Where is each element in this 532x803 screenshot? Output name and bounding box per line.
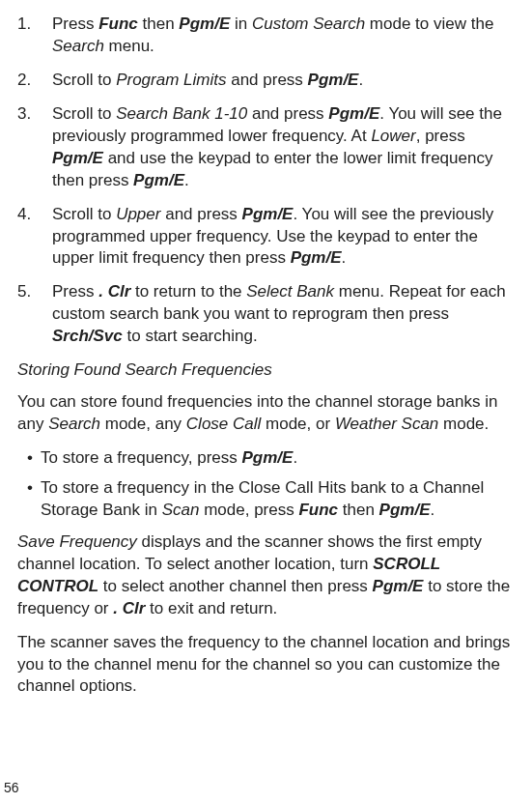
bullet-list: •To store a frequency, press Pgm/E.•To s…: [17, 447, 515, 522]
text-run: in: [230, 14, 252, 33]
text-run: mode.: [438, 415, 489, 433]
text-run: then: [338, 501, 379, 519]
text-run: to exit and return.: [145, 599, 277, 617]
bullet-item: •To store a frequency, press Pgm/E.: [17, 447, 515, 470]
paragraph: The scanner saves the frequency to the c…: [17, 632, 515, 699]
text-run: Pgm/E: [291, 248, 342, 267]
text-run: Select Bank: [246, 282, 334, 301]
bullet-marker: •: [17, 447, 41, 470]
text-run: Pgm/E: [242, 205, 294, 223]
text-run: Press: [52, 14, 98, 33]
text-run: to start searching.: [123, 327, 258, 345]
text-run: Lower: [371, 127, 415, 145]
text-run: mode, press: [199, 501, 298, 519]
step-body: Scroll to Search Bank 1-10 and press Pgm…: [52, 103, 515, 192]
text-run: Search: [52, 37, 104, 55]
ordered-steps: 1.Press Func then Pgm/E in Custom Search…: [17, 14, 515, 348]
text-run: Pgm/E: [379, 501, 431, 519]
text-run: Program Limits: [116, 71, 226, 89]
text-run: Pgm/E: [373, 577, 424, 595]
text-run: Pgm/E: [308, 71, 359, 89]
step-body: Press . Clr to return to the Select Bank…: [52, 281, 515, 348]
text-run: .: [358, 71, 363, 89]
step-number: 1.: [17, 14, 52, 58]
text-run: Pgm/E: [52, 149, 103, 167]
text-run: and use the keypad to enter the lower li…: [52, 149, 492, 189]
text-run: Srch/Svc: [52, 327, 123, 345]
text-run: and press: [247, 104, 328, 123]
paragraph: Save Frequency displays and the scanner …: [17, 531, 515, 620]
bullet-marker: •: [17, 477, 41, 522]
text-run: Search: [48, 415, 100, 433]
text-run: Func: [98, 14, 138, 33]
text-run: .: [293, 448, 297, 467]
text-run: .: [184, 171, 189, 189]
step-body: Press Func then Pgm/E in Custom Search m…: [52, 14, 515, 58]
bullet-body: To store a frequency, press Pgm/E.: [41, 447, 515, 470]
text-run: menu.: [104, 37, 154, 55]
text-run: Press: [52, 282, 98, 301]
text-run: Custom Search: [252, 14, 365, 33]
section-subheading: Storing Found Search Frequencies: [17, 359, 515, 382]
step-item: 5.Press . Clr to return to the Select Ba…: [17, 281, 515, 348]
step-body: Scroll to Upper and press Pgm/E. You wil…: [52, 204, 515, 271]
text-run: Scroll to: [52, 205, 116, 223]
paragraph: You can store found frequencies into the…: [17, 391, 515, 436]
bullet-body: To store a frequency in the Close Call H…: [41, 477, 515, 522]
text-run: To store a frequency, press: [41, 448, 242, 467]
text-run: Scroll to: [52, 71, 116, 89]
text-run: Scroll to: [52, 104, 116, 123]
text-run: Close Call: [186, 415, 261, 433]
text-run: .: [342, 248, 347, 267]
text-run: Save Frequency: [17, 532, 137, 551]
text-run: Pgm/E: [328, 104, 379, 123]
text-run: to select another channel then press: [98, 577, 373, 595]
step-item: 1.Press Func then Pgm/E in Custom Search…: [17, 14, 515, 58]
text-run: Func: [298, 501, 338, 519]
step-item: 2.Scroll to Program Limits and press Pgm…: [17, 70, 515, 92]
step-number: 4.: [17, 204, 52, 271]
text-run: and press: [160, 205, 241, 223]
text-run: Pgm/E: [242, 448, 294, 467]
text-run: The scanner saves the frequency to the c…: [17, 633, 510, 696]
step-item: 4.Scroll to Upper and press Pgm/E. You w…: [17, 204, 515, 271]
page-number: 56: [4, 779, 19, 797]
step-number: 5.: [17, 281, 52, 348]
text-run: . Clr: [113, 599, 145, 617]
text-run: Upper: [116, 205, 160, 223]
bullet-item: •To store a frequency in the Close Call …: [17, 477, 515, 522]
text-run: , press: [416, 127, 465, 145]
step-number: 2.: [17, 70, 52, 92]
text-run: . Clr: [98, 282, 130, 301]
text-run: mode, any: [100, 415, 186, 433]
step-number: 3.: [17, 103, 52, 192]
text-run: and press: [226, 71, 307, 89]
text-run: then: [138, 14, 180, 33]
document-page: 1.Press Func then Pgm/E in Custom Search…: [0, 0, 532, 803]
text-run: mode to view the: [365, 14, 493, 33]
text-run: Pgm/E: [133, 171, 184, 189]
text-run: to return to the: [130, 282, 246, 301]
text-run: Search Bank 1-10: [116, 104, 247, 123]
text-run: mode, or: [261, 415, 335, 433]
text-run: Scan: [162, 501, 200, 519]
text-run: Weather Scan: [335, 415, 438, 433]
text-run: Pgm/E: [179, 14, 230, 33]
step-body: Scroll to Program Limits and press Pgm/E…: [52, 70, 515, 92]
step-item: 3.Scroll to Search Bank 1-10 and press P…: [17, 103, 515, 192]
text-run: .: [431, 501, 435, 519]
